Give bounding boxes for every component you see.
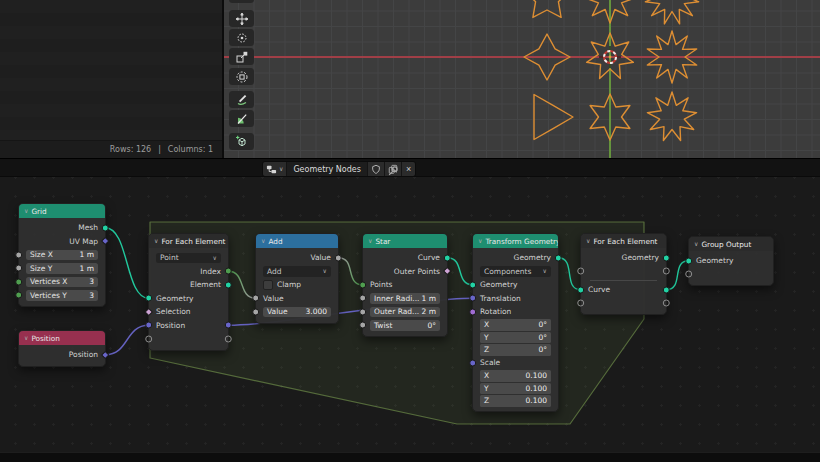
- collapse-chevron-icon[interactable]: ∨: [694, 241, 698, 247]
- value-field-x[interactable]: X0.100: [480, 370, 551, 382]
- node-transform-geometry[interactable]: ∨Transform GeometryGeometryComponents∨Ge…: [472, 233, 559, 412]
- node-title: Transform Geometry: [485, 237, 558, 246]
- float-socket[interactable]: [359, 308, 366, 315]
- tool-add-primitive-button[interactable]: [229, 133, 254, 150]
- value-field-inner-radi[interactable]: Inner Radi...1 m: [370, 293, 440, 304]
- star-object-6-points[interactable]: [590, 94, 630, 140]
- node-header[interactable]: ∨For Each Element: [581, 234, 666, 248]
- extend-socket[interactable]: [145, 335, 152, 342]
- extend-socket[interactable]: [685, 271, 692, 278]
- star-object-5-points[interactable]: [524, 0, 570, 17]
- value-field-size-y[interactable]: Size Y1 m: [26, 263, 98, 274]
- tool-scale-button[interactable]: [229, 48, 254, 65]
- collapse-chevron-icon[interactable]: ∨: [368, 238, 372, 244]
- node-group-output[interactable]: ∨Group OutputGeometry: [688, 236, 774, 286]
- node-position[interactable]: ∨PositionPosition: [18, 330, 106, 367]
- spreadsheet-body[interactable]: [0, 0, 222, 141]
- float-socket[interactable]: [252, 308, 259, 315]
- geometry-socket[interactable]: [663, 286, 670, 293]
- value-field-z[interactable]: Z0°: [480, 344, 551, 356]
- collapse-chevron-icon[interactable]: ∨: [586, 238, 590, 244]
- node-header[interactable]: ∨Group Output: [689, 237, 773, 251]
- star-object-9-points[interactable]: [647, 92, 696, 141]
- node-for-each-element[interactable]: ∨For Each ElementPoint∨IndexElementGeome…: [148, 233, 229, 351]
- node-add[interactable]: ∨AddValueAdd∨ClampValueValue3.000: [255, 233, 339, 324]
- star-object-8-points[interactable]: [585, 0, 635, 23]
- geometry-socket[interactable]: [685, 257, 692, 264]
- vector-socket[interactable]: [225, 322, 232, 329]
- value-field-vertices-x[interactable]: Vertices X3: [26, 277, 98, 288]
- geometry-socket[interactable]: [555, 254, 562, 261]
- geometry-socket[interactable]: [577, 286, 584, 293]
- vector-socket[interactable]: [469, 359, 476, 366]
- int-socket[interactable]: [359, 281, 366, 288]
- node-for-each-element[interactable]: ∨For Each ElementGeometryCurve: [580, 233, 667, 315]
- node-header[interactable]: ∨Grid: [19, 204, 105, 218]
- collapse-chevron-icon[interactable]: ∨: [24, 208, 28, 214]
- star-object-11-points[interactable]: [645, 0, 698, 24]
- float-socket[interactable]: [359, 295, 366, 302]
- geometry-socket[interactable]: [145, 295, 152, 302]
- node-star[interactable]: ∨StarCurveOuter PointsPointsInner Radi..…: [362, 233, 448, 337]
- extend-socket[interactable]: [577, 268, 584, 275]
- float-socket[interactable]: [335, 254, 342, 261]
- value-field-vertices-y[interactable]: Vertices Y3: [26, 290, 98, 301]
- node-header[interactable]: ∨Position: [19, 331, 105, 345]
- geometry-socket[interactable]: [469, 281, 476, 288]
- collapse-chevron-icon[interactable]: ∨: [478, 238, 482, 244]
- tool-rotate-button[interactable]: [229, 29, 254, 46]
- geometry-socket[interactable]: [663, 254, 670, 261]
- node-header[interactable]: ∨For Each Element: [149, 234, 228, 248]
- geometry-nodes-editor[interactable]: ∨ Geometry Nodes ×: [0, 158, 820, 452]
- value-field-x[interactable]: X0°: [480, 319, 551, 331]
- value-field-twist[interactable]: Twist0°: [370, 320, 440, 331]
- extend-socket[interactable]: [225, 335, 232, 342]
- tool-annotate-button[interactable]: [229, 91, 254, 108]
- vector-socket[interactable]: [145, 322, 152, 329]
- extend-socket[interactable]: [577, 300, 584, 307]
- value-field-z[interactable]: Z0.100: [480, 395, 551, 407]
- float-socket[interactable]: [359, 322, 366, 329]
- float-socket[interactable]: [252, 295, 259, 302]
- node-header[interactable]: ∨Add: [256, 234, 338, 248]
- tool-measure-button[interactable]: [229, 110, 254, 127]
- node-header[interactable]: ∨Star: [363, 234, 447, 248]
- rotation-socket[interactable]: [469, 308, 476, 315]
- int-socket[interactable]: [225, 268, 232, 275]
- value-field-y[interactable]: Y0°: [480, 332, 551, 344]
- geometry-socket[interactable]: [444, 254, 451, 261]
- vector-socket[interactable]: [101, 237, 109, 245]
- vector-socket[interactable]: [469, 295, 476, 302]
- value-field-size-x[interactable]: Size X1 m: [26, 250, 98, 261]
- collapse-chevron-icon[interactable]: ∨: [154, 238, 158, 244]
- collapse-chevron-icon[interactable]: ∨: [261, 238, 265, 244]
- dropdown-components[interactable]: Components∨: [480, 266, 551, 277]
- value-field-y[interactable]: Y0.100: [480, 383, 551, 395]
- bool-socket[interactable]: [443, 267, 451, 275]
- extend-socket[interactable]: [663, 268, 670, 275]
- value-field-outer-rad[interactable]: Outer Rad...2 m: [370, 307, 440, 318]
- node-grid[interactable]: ∨GridMeshUV MapSize X1 mSize Y1 mVertice…: [18, 203, 106, 307]
- bool-socket[interactable]: [145, 308, 153, 316]
- collapse-chevron-icon[interactable]: ∨: [24, 335, 28, 341]
- vector-socket[interactable]: [101, 351, 109, 359]
- star-object-4-points[interactable]: [524, 34, 570, 80]
- star-object-3-points[interactable]: [534, 95, 573, 140]
- node-header[interactable]: ∨Transform Geometry: [473, 234, 558, 248]
- geometry-socket[interactable]: [102, 224, 109, 231]
- extend-socket[interactable]: [663, 300, 670, 307]
- int-socket[interactable]: [15, 292, 22, 299]
- tool-tweak-select-button[interactable]: [229, 0, 254, 3]
- dropdown-point[interactable]: Point∨: [156, 253, 221, 264]
- int-socket[interactable]: [15, 278, 22, 285]
- value-field-value[interactable]: Value3.000: [263, 307, 331, 318]
- dropdown-add[interactable]: Add∨: [263, 266, 331, 277]
- star-object-10-points[interactable]: [647, 31, 696, 83]
- float-socket[interactable]: [15, 265, 22, 272]
- tool-move-button[interactable]: [229, 10, 254, 27]
- tool-transform-button[interactable]: [229, 68, 254, 85]
- 3d-viewport[interactable]: [224, 0, 820, 158]
- float-socket[interactable]: [15, 251, 22, 258]
- checkbox-clamp[interactable]: [263, 280, 273, 290]
- geometry-socket[interactable]: [225, 281, 232, 288]
